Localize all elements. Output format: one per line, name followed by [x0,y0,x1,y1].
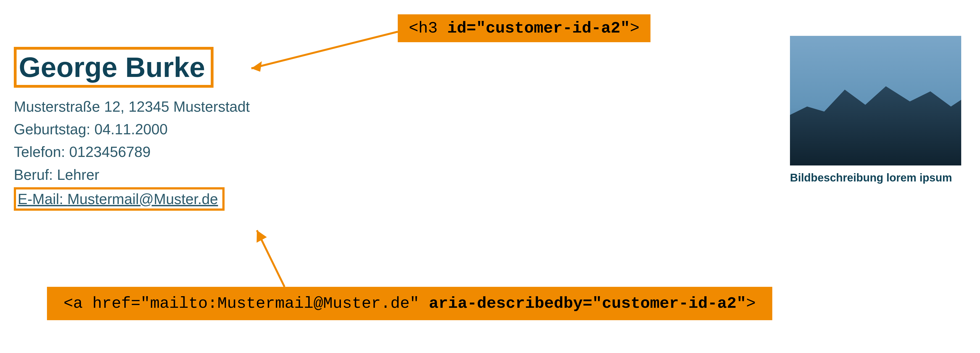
customer-card: George Burke Musterstraße 12, 12345 Must… [14,47,250,211]
annotation-top-attr: id="customer-id-a2" [447,19,630,37]
customer-email-box: E-Mail: Mustermail@Muster.de [14,187,224,211]
customer-birthday: Geburtstag: 04.11.2000 [14,118,250,141]
phone-value: 0123456789 [69,144,151,160]
svg-marker-3 [256,230,267,243]
annotation-top-tag-open: <h3 [409,19,447,37]
customer-job: Beruf: Lehrer [14,163,250,186]
customer-address: Musterstraße 12, 12345 Musterstadt [14,95,250,118]
job-label: Beruf: [14,166,53,183]
customer-email-link[interactable]: E-Mail: Mustermail@Muster.de [18,191,218,207]
svg-marker-1 [251,61,262,72]
email-value: Mustermail@Muster.de [67,191,218,207]
svg-line-0 [251,32,398,68]
annotation-code-heading: <h3 id="customer-id-a2"> [398,14,651,42]
landscape-image [790,36,961,165]
annotation-bottom-tag-close: > [746,294,756,312]
landscape-image-card: Bildbeschreibung lorem ipsum [790,36,961,185]
svg-line-2 [257,230,285,287]
annotation-top-tag-close: > [630,19,640,37]
birthday-value: 04.11.2000 [94,121,168,137]
job-value: Lehrer [57,166,99,183]
phone-label: Telefon: [14,144,65,160]
birthday-label: Geburtstag: [14,121,90,137]
annotation-bottom-attr: aria-describedby="customer-id-a2" [429,294,746,312]
image-caption: Bildbeschreibung lorem ipsum [790,171,961,185]
customer-name-heading: George Burke [14,47,213,88]
customer-phone: Telefon: 0123456789 [14,141,250,163]
diagram-canvas: <h3 id="customer-id-a2"> George Burke Mu… [0,0,980,353]
email-label: E-Mail: [18,191,63,207]
mountain-shape [790,81,961,166]
annotation-code-link: <a href="mailto:Mustermail@Muster.de" ar… [47,287,772,320]
annotation-bottom-tag-open: <a href="mailto:Mustermail@Muster.de" [64,294,429,312]
